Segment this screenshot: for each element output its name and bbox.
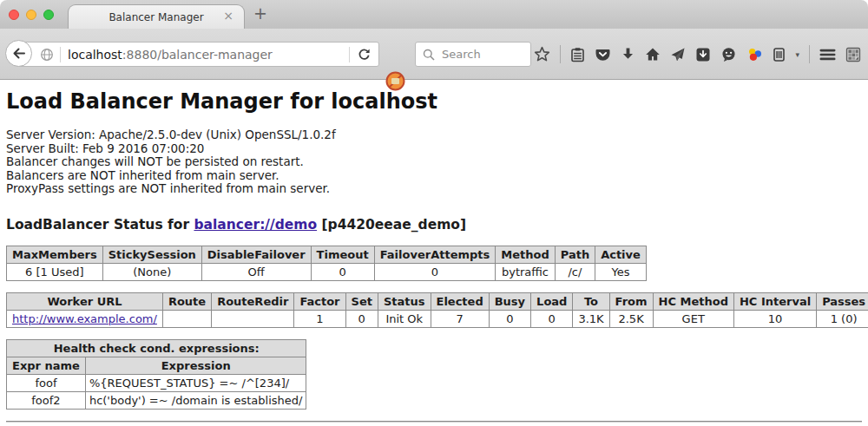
content-blocker-icon[interactable] [385,71,405,91]
cell-routeredir [212,310,294,327]
heading-prefix: LoadBalancer Status for [6,217,189,233]
home-icon[interactable] [645,47,661,62]
table-row: 6 [1 Used] (None) Off 0 0 bytraffic /c/ … [7,263,647,280]
table-header-row: MaxMembers StickySession DisableFailover… [7,246,647,263]
column-header: Route [162,292,211,310]
table-header-row: Expr name Expression [7,357,306,374]
tab-close-icon[interactable]: × [223,10,233,22]
send-icon[interactable] [670,47,686,62]
table-row: foof2 hc('body') =~ /domain is establish… [7,391,306,409]
worker-table: Worker URL Route RouteRedir Factor Set S… [6,292,868,328]
colored-dots-icon[interactable] [746,47,763,62]
column-header: FailoverAttempts [374,246,496,263]
cell-elected: 7 [431,310,489,327]
save-to-device-icon[interactable] [695,47,711,62]
column-header: Set [345,292,378,310]
url-host: localhost [68,48,122,62]
toolbar-divider [809,45,810,63]
worker-url-link[interactable]: http://www.example.com/ [12,312,157,325]
worker-row: http://www.example.com/ 1 0 Init Ok 7 0 … [7,310,868,327]
download-icon[interactable] [621,47,635,62]
zoom-window-button[interactable] [43,10,54,20]
health-table-title: Health check cond. expressions: [7,339,306,357]
column-header: StickySession [102,246,201,263]
cell-path: /c/ [555,263,595,280]
column-header: Factor [294,292,345,310]
tiles-icon[interactable] [845,47,861,62]
cell-to: 3.1K [573,310,609,327]
url-text[interactable]: localhost:8880/balancer-manager [68,48,273,62]
divider [6,421,862,423]
heading-suffix: [p4420eeae_demo] [322,217,467,233]
cell-worker-url: http://www.example.com/ [7,310,163,327]
cell-hc-method: GET [653,310,733,327]
cell-expression: hc('body') =~ /domain is established/ [85,391,306,409]
column-header: To [573,292,609,310]
urlbar-divider [60,47,61,62]
navigation-toolbar: localhost:8880/balancer-manager [0,29,868,80]
column-header: Busy [489,292,530,310]
column-header: Status [378,292,431,310]
column-header: Method [496,246,555,263]
menu-icon[interactable] [819,49,836,61]
cell-expr-name: foof2 [7,391,86,409]
column-header: From [609,292,653,310]
server-built-line: Server Built: Feb 9 2016 07:00:20 [6,142,862,156]
tab-bar: Balancer Manager × + [0,0,868,29]
column-header: RouteRedir [212,292,294,310]
urlbar-divider [349,47,350,62]
table-title-row: Health check cond. expressions: [7,339,306,357]
balancer-link[interactable]: balancer://demo [194,217,317,233]
server-info: Server Version: Apache/2.5.0-dev (Unix) … [6,128,862,196]
balancer-settings-table: MaxMembers StickySession DisableFailover… [6,246,647,281]
server-version-line: Server Version: Apache/2.5.0-dev (Unix) … [6,128,862,142]
browser-window: Balancer Manager × + localhost:8880/bala… [0,0,868,426]
tab-balancer-manager[interactable]: Balancer Manager × [68,4,245,29]
table-row: foof %{REQUEST_STATUS} =~ /^[234]/ [7,374,306,391]
column-header: Expression [85,357,306,374]
archive-icon[interactable] [773,47,786,62]
page-content: Load Balancer Manager for localhost Serv… [0,80,868,423]
notice-line: Balancers are NOT inherited from main se… [6,169,862,183]
site-identity-globe-icon[interactable] [40,48,54,62]
overflow-caret-icon[interactable]: ▾ [795,50,799,59]
column-header: Expr name [7,357,86,374]
balancer-status-heading: LoadBalancer Status for balancer://demo … [6,217,862,233]
cell-route [162,310,211,327]
pocket-icon[interactable] [595,47,611,62]
column-header: Active [595,246,647,263]
clipboard-icon[interactable] [570,47,585,62]
column-header: DisableFailover [201,246,311,263]
url-bar[interactable]: localhost:8880/balancer-manager [18,42,379,67]
reload-icon[interactable] [357,47,372,62]
cell-expr-name: foof [7,374,86,391]
cell-maxmembers: 6 [1 Used] [7,263,103,280]
toolbar-divider [560,45,561,63]
new-tab-button[interactable]: + [253,3,267,23]
column-header: MaxMembers [7,246,103,263]
cell-load: 0 [531,310,573,327]
notice-line: ProxyPass settings are NOT inherited fro… [6,182,862,196]
back-icon [11,46,26,61]
cell-timeout: 0 [311,263,374,280]
tab-title: Balancer Manager [108,11,203,23]
bookmark-star-icon[interactable] [534,46,550,62]
toolbar-icons: ▾ [534,42,861,67]
cell-hc-interval: 10 [733,310,816,327]
cell-status: Init Ok [378,310,431,327]
search-bar[interactable] [415,42,531,67]
column-header: HC Interval [733,292,816,310]
feedback-smiley-icon[interactable] [720,47,737,62]
page-title: Load Balancer Manager for localhost [6,89,862,115]
cell-passes: 1 (0) [817,310,868,327]
cell-from: 2.5K [609,310,653,327]
close-window-button[interactable] [9,10,19,20]
column-header: Load [531,292,573,310]
back-button[interactable] [5,40,32,67]
column-header: Worker URL [7,292,163,310]
health-check-table: Health check cond. expressions: Expr nam… [6,339,306,410]
minimize-window-button[interactable] [26,10,36,20]
search-input[interactable] [440,47,523,62]
notice-line: Balancer changes will NOT be persisted o… [6,155,862,169]
cell-busy: 0 [489,310,530,327]
